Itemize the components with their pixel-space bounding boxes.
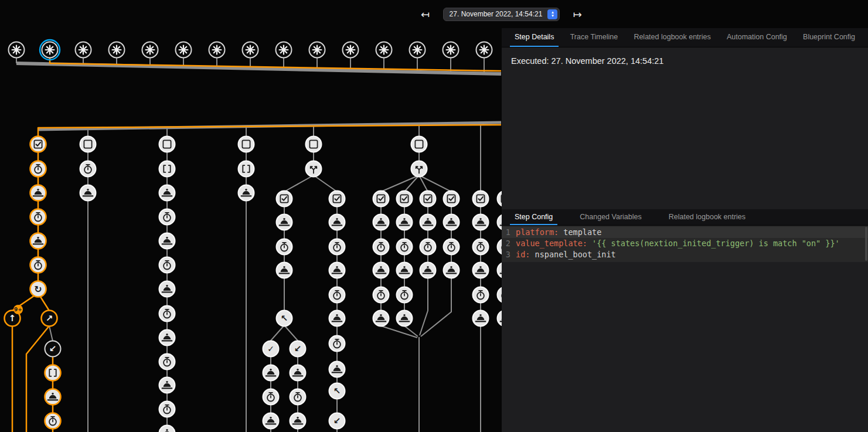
trace-node-timer[interactable] (30, 209, 46, 225)
tab-step-config[interactable]: Step Config (510, 209, 557, 225)
trace-node-timer[interactable] (277, 239, 292, 255)
trace-node-dome[interactable] (159, 233, 175, 249)
trace-node-checkbox-marked[interactable] (498, 191, 502, 207)
trace-node-trigger[interactable] (176, 42, 192, 58)
trace-node-checkbox-marked[interactable] (397, 191, 413, 207)
trace-node-checkbox-marked[interactable] (473, 191, 489, 207)
trace-node-dome[interactable] (263, 365, 279, 381)
trace-node-dome[interactable] (30, 233, 46, 249)
trace-node-timer[interactable] (444, 239, 459, 255)
trace-node-timer[interactable] (329, 336, 345, 352)
trace-node-dome[interactable] (45, 389, 61, 405)
trace-node-dome[interactable] (30, 185, 46, 201)
trace-node-dome[interactable] (498, 311, 502, 326)
trace-node-timer[interactable] (263, 389, 279, 405)
trace-node-dome[interactable] (239, 185, 254, 201)
trace-node-dome[interactable] (159, 426, 175, 432)
trace-node-checkbox-marked[interactable] (373, 191, 389, 207)
trace-node-arrow-sw[interactable]: ↙ (45, 341, 61, 357)
trace-node-dome[interactable] (290, 365, 306, 381)
trace-node-timer[interactable] (30, 257, 46, 273)
trace-node-trigger[interactable] (343, 42, 359, 58)
trace-node-dome[interactable] (159, 185, 175, 201)
trace-node-dome[interactable] (498, 215, 502, 230)
trace-node-trigger[interactable] (476, 42, 492, 58)
trace-node-dome[interactable] (420, 263, 436, 278)
trace-node-check[interactable]: ✓ (263, 341, 279, 357)
trace-node-dome[interactable] (159, 330, 175, 346)
trace-node-checkbox-blank[interactable] (306, 137, 322, 152)
trace-node-choose[interactable] (306, 161, 322, 177)
tab-related-logbook-entries[interactable]: Related logbook entries (664, 209, 750, 225)
trace-node-brackets[interactable] (45, 365, 61, 381)
trace-node-trigger[interactable] (9, 42, 25, 58)
trace-node-brackets[interactable] (239, 161, 254, 177)
trace-node-dome[interactable] (498, 263, 502, 278)
trace-node-dome[interactable] (444, 263, 459, 278)
trace-node-checkbox-blank[interactable] (80, 137, 96, 152)
trace-node-arrow-sw[interactable]: ↙ (329, 413, 345, 429)
trace-node-dome[interactable] (420, 215, 436, 230)
trace-node-trigger[interactable] (243, 42, 258, 58)
trace-node-checkbox-marked[interactable] (329, 191, 345, 207)
trace-node-timer[interactable] (45, 413, 61, 429)
trace-node-dome[interactable] (329, 311, 345, 326)
trace-node-dome[interactable] (397, 263, 413, 278)
trace-node-timer[interactable] (159, 306, 175, 322)
trace-node-dome[interactable] (329, 215, 345, 230)
trace-node-dome[interactable] (80, 185, 96, 201)
trace-node-timer[interactable] (159, 402, 175, 417)
trace-node-timer[interactable] (30, 161, 46, 177)
trace-node-trigger[interactable] (410, 42, 426, 58)
trace-node-dome[interactable] (397, 311, 413, 326)
trace-node-timer[interactable] (373, 287, 389, 303)
trace-node-timer[interactable] (498, 239, 502, 255)
trace-node-brackets[interactable] (159, 161, 175, 177)
trace-node-dome[interactable] (277, 263, 292, 278)
trace-node-dome[interactable] (444, 215, 459, 230)
trace-node-timer[interactable] (473, 287, 489, 303)
trace-node-checkbox-blank[interactable] (239, 137, 254, 152)
trace-node-arrow-ne[interactable]: ↗ (42, 311, 57, 326)
trace-node-trigger[interactable] (209, 42, 225, 58)
trace-node-arrow-nw[interactable]: ↖ (277, 311, 292, 326)
trace-run-select[interactable]: 27. November 2022, 14:54:21 ▲ ▼ (443, 8, 560, 21)
trace-node-repeat[interactable]: ↻ (30, 281, 46, 297)
trace-node-trigger[interactable] (142, 42, 158, 58)
trace-node-dome[interactable] (373, 215, 389, 230)
trace-node-timer[interactable] (329, 239, 345, 255)
trace-node-timer[interactable] (159, 209, 175, 225)
trace-node-dome[interactable] (290, 413, 306, 429)
tab-trace-timeline[interactable]: Trace Timeline (566, 28, 623, 47)
trace-node-checkbox-blank[interactable] (159, 137, 175, 152)
trace-node-dome[interactable] (263, 413, 279, 429)
trace-node-checkbox-marked[interactable] (277, 191, 292, 207)
next-trace-button[interactable]: ↦ (569, 8, 586, 21)
trace-node-trigger[interactable] (76, 42, 91, 58)
trace-node-dome[interactable] (473, 215, 489, 230)
trace-node-dome[interactable] (473, 311, 489, 326)
trace-node-dome[interactable] (277, 215, 292, 230)
tab-automation-config[interactable]: Automation Config (722, 28, 792, 47)
trace-node-timer[interactable] (290, 389, 306, 405)
trace-node-checkbox-blank[interactable] (411, 137, 427, 152)
trace-node-timer[interactable] (373, 239, 389, 255)
trace-node-trigger[interactable] (376, 42, 392, 58)
trace-node-checkbox-marked[interactable] (444, 191, 459, 207)
trace-node-dome[interactable] (159, 281, 175, 297)
trace-node-timer[interactable] (498, 287, 502, 303)
trace-node-trigger[interactable] (443, 42, 459, 58)
trace-node-choose[interactable] (411, 161, 427, 177)
trace-node-trigger[interactable] (309, 42, 325, 58)
trace-node-timer[interactable] (397, 239, 413, 255)
trace-node-timer[interactable] (159, 354, 175, 370)
previous-trace-button[interactable]: ↤ (417, 8, 434, 21)
trace-node-arrow-nw[interactable]: ↖ (329, 383, 345, 399)
trace-node-dome[interactable] (159, 377, 175, 393)
trace-node-dome[interactable] (397, 215, 413, 230)
trace-node-timer[interactable] (329, 287, 345, 303)
tab-step-details[interactable]: Step Details (510, 28, 559, 47)
trace-node-timer[interactable] (397, 287, 413, 303)
tab-changed-variables[interactable]: Changed Variables (575, 209, 646, 225)
trace-node-checkbox-marked[interactable] (420, 191, 436, 207)
